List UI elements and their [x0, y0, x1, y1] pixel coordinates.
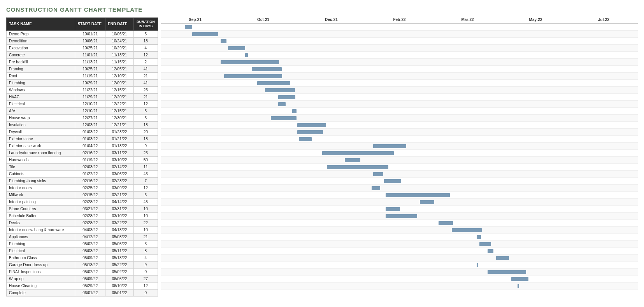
start-date: 10/25/21	[75, 65, 105, 72]
gantt-bar	[224, 74, 282, 78]
task-name: Demolition	[7, 37, 75, 44]
start-date: 02/28/22	[75, 198, 105, 205]
end-date: 02/23/22	[105, 177, 134, 184]
start-date: 05/13/22	[75, 261, 105, 268]
table-row: Drywall 01/03/22 01/23/22 20	[7, 128, 158, 135]
gantt-row	[161, 248, 638, 255]
duration: 21	[133, 72, 158, 79]
gantt-row	[161, 101, 638, 108]
duration: 12	[133, 184, 158, 191]
gantt-row	[161, 94, 638, 101]
gantt-bar	[322, 151, 394, 155]
duration: 12	[133, 282, 158, 289]
start-date: 05/02/22	[75, 240, 105, 247]
gantt-month-label: Jul-22	[570, 17, 638, 22]
gantt-row	[161, 283, 638, 290]
end-date: 02/14/22	[105, 163, 134, 170]
duration: 8	[133, 247, 158, 254]
task-name: Plumbing	[7, 240, 75, 247]
table-row: Framing 10/25/21 12/05/21 41	[7, 65, 158, 72]
gantt-bar	[386, 193, 450, 197]
end-date: 03/09/22	[105, 184, 134, 191]
start-date: 02/25/22	[75, 184, 105, 191]
gantt-row	[161, 192, 638, 199]
gantt-row	[161, 52, 638, 59]
table-row: Electrical 12/10/21 12/22/21 12	[7, 100, 158, 107]
table-row: A/V 12/10/21 12/15/21 5	[7, 107, 158, 114]
gantt-row	[161, 269, 638, 276]
start-date: 11/22/21	[75, 86, 105, 93]
end-date: 12/15/21	[105, 86, 134, 93]
end-date: 10/06/21	[105, 30, 134, 37]
end-date: 12/22/21	[105, 100, 134, 107]
gantt-row	[161, 129, 638, 136]
duration: 5	[133, 30, 158, 37]
table-row: Pre backfill 11/13/21 11/15/21 2	[7, 58, 158, 65]
end-date: 05/05/22	[105, 240, 134, 247]
end-date: 03/31/22	[105, 205, 134, 212]
duration: 2	[133, 58, 158, 65]
task-name: Interior doors	[7, 184, 75, 191]
task-name: Excavation	[7, 44, 75, 51]
end-date: 12/20/21	[105, 93, 134, 100]
gantt-bar	[278, 95, 295, 99]
gantt-row	[161, 31, 638, 38]
end-date: 03/10/22	[105, 212, 134, 219]
end-date: 12/30/21	[105, 114, 134, 121]
task-table: TASK NAME START DATE END DATE DURATIONIN…	[6, 17, 158, 297]
end-date: 05/22/22	[105, 261, 134, 268]
end-date: 12/15/21	[105, 107, 134, 114]
task-name: Laundry/furnace room flooring	[7, 149, 75, 156]
start-date: 05/09/22	[75, 254, 105, 261]
start-date: 05/03/22	[75, 247, 105, 254]
table-row: Concrete 11/01/21 11/13/21 12	[7, 51, 158, 58]
end-date: 04/13/22	[105, 226, 134, 233]
start-date: 10/06/21	[75, 37, 105, 44]
end-date: 03/06/22	[105, 170, 134, 177]
gantt-row	[161, 220, 638, 227]
gantt-bar	[297, 123, 326, 127]
end-date: 03/22/22	[105, 219, 134, 226]
gantt-bar	[420, 200, 434, 204]
table-row: Bathroom Glass 05/09/22 05/13/22 4	[7, 254, 158, 261]
gantt-bar	[488, 270, 526, 274]
table-row: Plumbing 05/02/22 05/05/22 3	[7, 240, 158, 247]
gantt-bar	[384, 179, 401, 183]
end-date: 01/23/22	[105, 128, 134, 135]
gantt-bar	[327, 165, 388, 169]
duration: 45	[133, 198, 158, 205]
start-date: 02/03/22	[75, 163, 105, 170]
start-date: 02/16/22	[75, 177, 105, 184]
task-name: Tile	[7, 163, 75, 170]
table-row: Plumbing -hang sinks 02/16/22 02/23/22 7	[7, 177, 158, 184]
task-name: Plumbing	[7, 79, 75, 86]
gantt-bar	[221, 39, 226, 43]
start-date: 12/27/21	[75, 114, 105, 121]
task-name: Interior painting	[7, 198, 75, 205]
gantt-bar	[245, 53, 248, 57]
gantt-bar	[518, 284, 519, 288]
table-row: Plumbing 10/29/21 12/09/21 41	[7, 79, 158, 86]
gantt-month-label: Sep-21	[161, 17, 229, 22]
header-task-name: TASK NAME	[7, 18, 75, 31]
end-date: 02/21/22	[105, 191, 134, 198]
table-row: Interior doors- hang & hardware 04/03/22…	[7, 226, 158, 233]
table-row: Garage Door dress up 05/13/22 05/22/22 9	[7, 261, 158, 268]
start-date: 12/03/21	[75, 121, 105, 128]
gantt-bar	[373, 144, 406, 148]
table-row: Demo Prep 10/01/21 10/06/21 5	[7, 30, 158, 37]
duration: 3	[133, 114, 158, 121]
start-date: 02/28/22	[75, 212, 105, 219]
table-row: Hardwoods 01/19/22 03/10/22 50	[7, 156, 158, 163]
end-date: 12/09/21	[105, 79, 134, 86]
end-date: 01/21/22	[105, 135, 134, 142]
gantt-row	[161, 157, 638, 164]
table-row: Windows 11/22/21 12/15/21 23	[7, 86, 158, 93]
gantt-bar	[345, 158, 360, 162]
start-date: 11/19/21	[75, 72, 105, 79]
duration: 9	[133, 261, 158, 268]
task-name: Cabinets	[7, 170, 75, 177]
gantt-row	[161, 122, 638, 129]
gantt-row	[161, 276, 638, 283]
table-row: Cabinets 01/22/22 03/06/22 43	[7, 170, 158, 177]
